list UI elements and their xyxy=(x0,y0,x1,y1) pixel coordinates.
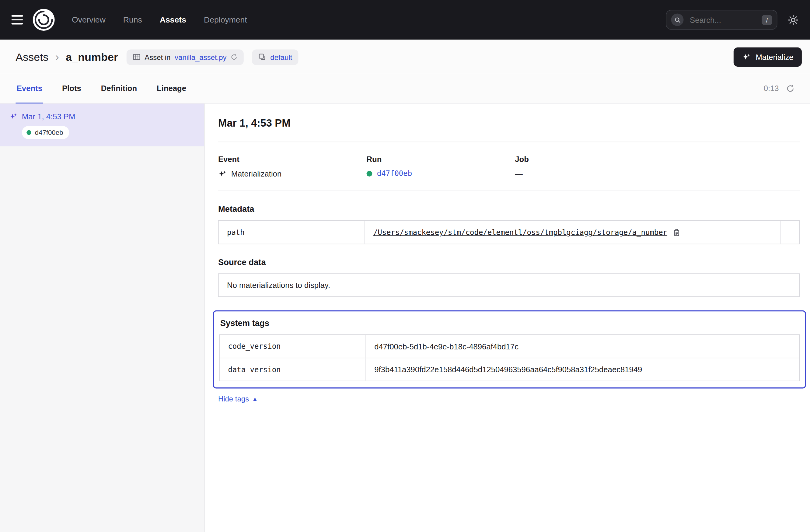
metadata-key: path xyxy=(219,221,364,243)
asset-definition-chip[interactable]: Asset in vanilla_asset.py xyxy=(126,49,244,65)
breadcrumb: Assets › a_number xyxy=(16,51,118,63)
system-tag-key: code_version xyxy=(220,335,366,358)
system-tag-row-data-version: data_version 9f3b411a390fd22e158d446d5d1… xyxy=(220,358,799,381)
materialization-sparkle-icon xyxy=(218,170,226,178)
nav-item-assets[interactable]: Assets xyxy=(160,15,186,25)
event-detail-title: Mar 1, 4:53 PM xyxy=(218,117,800,129)
event-timestamp: Mar 1, 4:53 PM xyxy=(22,112,75,121)
system-tag-key: data_version xyxy=(220,358,366,381)
page-body: Mar 1, 4:53 PM d47f00eb Mar 1, 4:53 PM E… xyxy=(0,103,810,532)
chevron-right-icon: › xyxy=(55,51,59,63)
main-nav: Overview Runs Assets Deployment xyxy=(72,15,247,25)
run-id-link[interactable]: d47f00eb xyxy=(377,169,412,177)
dagster-app: Overview Runs Assets Deployment / xyxy=(0,0,810,532)
breadcrumb-asset-name: a_number xyxy=(66,51,118,63)
fact-job: Job — xyxy=(515,155,663,178)
sparkle-icon xyxy=(742,53,751,62)
hide-tags-button[interactable]: Hide tags ▲ xyxy=(218,395,258,403)
asset-file-link[interactable]: vanilla_asset.py xyxy=(175,53,226,61)
fact-event-label: Event xyxy=(218,155,367,163)
system-tag-value: 9f3b411a390fd22e158d446d5d12504963596aa6… xyxy=(366,358,799,381)
refresh-timer: 0:13 xyxy=(764,84,779,93)
nav-item-runs[interactable]: Runs xyxy=(123,15,142,25)
run-status-dot xyxy=(367,171,372,176)
tab-plots[interactable]: Plots xyxy=(61,73,82,103)
gear-icon[interactable] xyxy=(788,14,799,25)
asset-header: Assets › a_number Asset in vanilla_asset… xyxy=(0,39,810,73)
search-icon xyxy=(671,13,683,26)
system-tag-value: d47f00eb-5d1b-4e9e-b18c-4896af4bd17c xyxy=(366,335,799,358)
event-list-item-selected[interactable]: Mar 1, 4:53 PM d47f00eb xyxy=(0,103,204,146)
asset-group-icon xyxy=(258,53,266,61)
fact-run-label: Run xyxy=(367,155,515,163)
tab-lineage[interactable]: Lineage xyxy=(156,73,188,103)
topbar-right-cluster: / xyxy=(666,10,798,30)
source-data-heading: Source data xyxy=(218,258,800,267)
fact-event-value: Materialization xyxy=(231,169,281,178)
event-list-sidebar: Mar 1, 4:53 PM d47f00eb xyxy=(0,103,205,532)
nav-item-overview[interactable]: Overview xyxy=(72,15,106,25)
tab-events[interactable]: Events xyxy=(16,73,43,103)
metadata-action-cell xyxy=(780,221,799,243)
search-shortcut-key: / xyxy=(762,15,772,25)
fact-run: Run d47f00eb xyxy=(367,155,515,178)
run-id-pill-label: d47f00eb xyxy=(35,129,63,136)
asset-group-chip[interactable]: default xyxy=(252,49,298,65)
materialize-button-label: Materialize xyxy=(756,53,793,62)
system-tag-row-code-version: code_version d47f00eb-5d1b-4e9e-b18c-489… xyxy=(220,335,799,358)
run-status-dot xyxy=(27,130,31,135)
metadata-row-path: path /Users/smackesey/stm/code/elementl/… xyxy=(219,221,799,243)
divider xyxy=(218,142,800,142)
table-icon xyxy=(133,53,141,61)
tab-definition[interactable]: Definition xyxy=(100,73,138,103)
nav-item-deployment[interactable]: Deployment xyxy=(204,15,247,25)
tabs-right-cluster: 0:13 xyxy=(764,73,794,103)
event-detail-pane: Mar 1, 4:53 PM Event Materialization xyxy=(205,103,810,532)
hide-tags-label: Hide tags xyxy=(218,395,249,403)
metadata-heading: Metadata xyxy=(218,205,800,214)
breadcrumb-assets-link[interactable]: Assets xyxy=(16,51,48,63)
metadata-table: path /Users/smackesey/stm/code/elementl/… xyxy=(218,220,800,244)
menu-icon[interactable] xyxy=(12,15,23,24)
asset-group-link[interactable]: default xyxy=(270,53,292,61)
source-data-empty-state: No materializations to display. xyxy=(218,273,800,297)
refresh-icon[interactable] xyxy=(786,84,794,92)
event-facts-row: Event Materialization Run xyxy=(218,155,800,178)
system-tags-table: code_version d47f00eb-5d1b-4e9e-b18c-489… xyxy=(219,334,800,381)
fact-job-value: — xyxy=(515,169,523,178)
metadata-path-link[interactable]: /Users/smackesey/stm/code/elementl/oss/t… xyxy=(373,228,667,236)
top-navigation-bar: Overview Runs Assets Deployment / xyxy=(0,0,810,39)
materialization-sparkle-icon xyxy=(10,113,17,120)
fact-job-label: Job xyxy=(515,155,663,163)
system-tags-section: System tags code_version d47f00eb-5d1b-4… xyxy=(213,310,806,389)
global-search[interactable]: / xyxy=(666,10,777,30)
caret-up-icon: ▲ xyxy=(252,396,258,402)
dagster-logo[interactable] xyxy=(32,8,55,31)
asset-chip-prefix: Asset in xyxy=(145,53,171,61)
divider xyxy=(218,191,800,191)
materialize-button[interactable]: Materialize xyxy=(734,47,802,67)
fact-event: Event Materialization xyxy=(218,155,367,178)
system-tags-heading: System tags xyxy=(220,319,799,328)
run-id-pill[interactable]: d47f00eb xyxy=(22,126,69,139)
asset-tabs: Events Plots Definition Lineage 0:13 xyxy=(0,73,810,103)
search-input[interactable] xyxy=(689,15,757,25)
copy-path-icon[interactable] xyxy=(673,228,680,236)
reload-definitions-icon[interactable] xyxy=(231,53,237,60)
